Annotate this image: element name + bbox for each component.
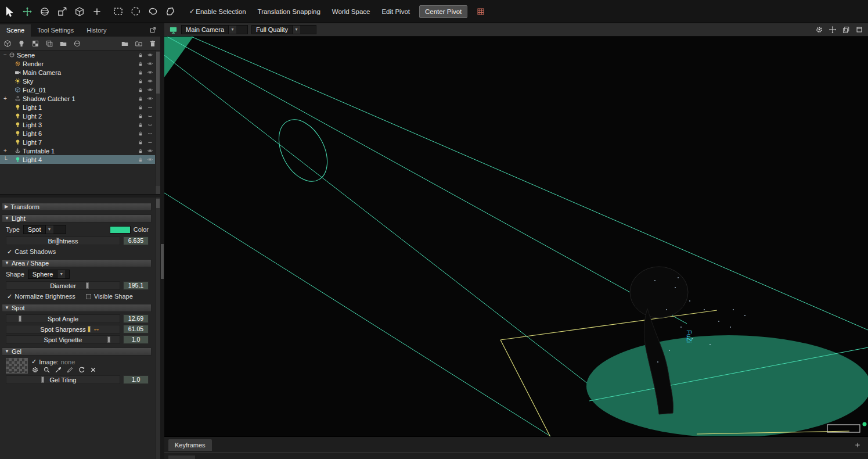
pivot-tool-button[interactable] bbox=[89, 4, 105, 19]
eye-icon[interactable] bbox=[147, 148, 153, 154]
scrollbar-grip[interactable] bbox=[156, 186, 160, 194]
tree-item-light-1[interactable]: Light 1 bbox=[0, 103, 160, 112]
universal-tool-button[interactable] bbox=[72, 4, 87, 19]
lock-icon[interactable] bbox=[138, 105, 143, 110]
spot-vignette-value[interactable]: 1.0 bbox=[123, 335, 149, 344]
eye-icon[interactable] bbox=[147, 60, 153, 67]
world-space-toggle[interactable]: World Space bbox=[332, 8, 370, 15]
grid-snap-icon[interactable] bbox=[473, 4, 488, 19]
tree-item-main-camera[interactable]: Main Camera bbox=[0, 68, 160, 77]
viewport-settings-icon[interactable] bbox=[815, 26, 823, 34]
gel-clear-icon[interactable] bbox=[89, 366, 97, 374]
lock-icon[interactable] bbox=[138, 148, 143, 154]
float-window-icon[interactable] bbox=[842, 26, 850, 34]
new-folder-icon[interactable] bbox=[135, 40, 143, 48]
lock-icon[interactable] bbox=[138, 113, 143, 119]
lock-icon[interactable] bbox=[138, 78, 143, 84]
lock-icon[interactable] bbox=[138, 96, 143, 102]
rect-select-tool-button[interactable] bbox=[110, 4, 125, 19]
cast-shadows-checkbox[interactable]: ✓ Cast Shadows bbox=[7, 248, 149, 256]
gel-tiling-slider[interactable]: Gel Tiling bbox=[6, 375, 120, 384]
camera-dropdown[interactable]: Main Camera ▾ bbox=[181, 25, 248, 34]
sphere-icon[interactable] bbox=[73, 40, 81, 48]
tree-item-light-4[interactable]: └ Light 4 bbox=[0, 155, 160, 164]
brightness-slider[interactable]: Brightness bbox=[6, 236, 120, 245]
expander-icon[interactable]: − bbox=[2, 52, 8, 58]
material-icon[interactable] bbox=[31, 40, 39, 48]
diameter-value[interactable]: 195.1 bbox=[123, 281, 149, 290]
lock-icon[interactable] bbox=[138, 70, 143, 76]
tree-item-scene[interactable]: − Scene bbox=[0, 51, 160, 59]
tab-history[interactable]: History bbox=[80, 24, 113, 37]
add-light-icon[interactable] bbox=[17, 40, 26, 48]
scrollbar-thumb[interactable] bbox=[156, 52, 160, 94]
undock-panel-icon[interactable] bbox=[149, 26, 157, 34]
spot-vignette-slider[interactable]: Spot Vignette bbox=[6, 335, 120, 344]
eye-closed-icon[interactable] bbox=[147, 113, 153, 119]
folder-icon[interactable] bbox=[121, 40, 129, 48]
translation-snapping-toggle[interactable]: Translation Snapping bbox=[258, 8, 320, 15]
gel-settings-icon[interactable] bbox=[31, 366, 39, 374]
scale-tool-button[interactable] bbox=[55, 4, 70, 19]
shape-dropdown[interactable]: Sphere ▾ bbox=[28, 270, 70, 279]
slider-handle[interactable] bbox=[41, 376, 44, 383]
spot-angle-slider[interactable]: Spot Angle bbox=[6, 314, 120, 323]
lock-icon[interactable] bbox=[138, 157, 143, 163]
tree-item-fuzi-01[interactable]: FuZi_01 bbox=[0, 85, 160, 94]
eye-closed-icon[interactable] bbox=[147, 130, 153, 137]
move-tool-button[interactable] bbox=[20, 4, 35, 19]
lock-icon[interactable] bbox=[138, 139, 143, 145]
maximize-icon[interactable] bbox=[855, 26, 863, 34]
slider-handle[interactable] bbox=[107, 336, 110, 343]
slider-handle[interactable] bbox=[56, 238, 59, 244]
gel-eyedropper-icon[interactable] bbox=[55, 366, 62, 374]
brightness-value[interactable]: 6.635 bbox=[123, 236, 149, 245]
eye-icon[interactable] bbox=[147, 52, 153, 58]
spot-sharpness-slider[interactable]: Spot Sharpness ↔ bbox=[6, 325, 120, 334]
scrollbar-thumb[interactable] bbox=[156, 199, 160, 208]
enable-selection-toggle[interactable]: Enable Selection bbox=[196, 8, 246, 15]
eye-icon[interactable] bbox=[147, 95, 153, 102]
lock-icon[interactable] bbox=[138, 131, 143, 137]
tab-keyframes[interactable]: Keyframes bbox=[168, 439, 212, 451]
polygon-select-tool-button[interactable] bbox=[163, 4, 178, 19]
eye-closed-icon[interactable] bbox=[147, 121, 153, 128]
light-section-header[interactable]: ▼ Light bbox=[2, 214, 152, 223]
tree-scrollbar[interactable] bbox=[155, 51, 160, 194]
pan-icon[interactable] bbox=[829, 26, 837, 34]
tree-item-sky[interactable]: Sky bbox=[0, 77, 160, 85]
environment-icon[interactable] bbox=[59, 40, 67, 48]
eye-closed-icon[interactable] bbox=[147, 139, 153, 145]
gel-image-checkbox[interactable]: Image: bbox=[39, 358, 59, 365]
spot-angle-value[interactable]: 12.69 bbox=[123, 314, 149, 323]
normalize-brightness-checkbox[interactable]: Normalize Brightness bbox=[15, 293, 75, 300]
tab-scene[interactable]: Scene bbox=[0, 24, 31, 37]
spot-sharpness-value[interactable]: 61.05 bbox=[123, 325, 149, 334]
center-pivot-button[interactable]: Center Pivot bbox=[419, 5, 467, 18]
eye-icon[interactable] bbox=[147, 156, 153, 163]
tree-item-light-3[interactable]: Light 3 bbox=[0, 120, 160, 129]
render-quality-dropdown[interactable]: Full Quality ▾ bbox=[251, 25, 316, 34]
properties-scrollbar[interactable] bbox=[155, 198, 160, 459]
tree-item-turntable-1[interactable]: + Turntable 1 bbox=[0, 146, 160, 155]
partial-tab[interactable] bbox=[168, 456, 195, 459]
rotate-tool-button[interactable] bbox=[37, 4, 52, 19]
lock-icon[interactable] bbox=[138, 61, 143, 67]
visible-shape-checkbox[interactable] bbox=[86, 294, 91, 299]
gel-refresh-icon[interactable] bbox=[78, 366, 85, 374]
lock-icon[interactable] bbox=[138, 87, 143, 93]
eye-icon[interactable] bbox=[147, 87, 153, 93]
tab-tool-settings[interactable]: Tool Settings bbox=[31, 24, 80, 37]
add-model-icon[interactable] bbox=[3, 40, 12, 48]
slider-handle[interactable] bbox=[88, 326, 91, 332]
slider-handle[interactable] bbox=[86, 282, 89, 289]
gel-image-thumbnail[interactable] bbox=[6, 358, 28, 374]
transform-section-header[interactable]: ▶ Transform bbox=[2, 203, 152, 211]
tree-item-light-2[interactable]: Light 2 bbox=[0, 112, 160, 120]
eye-icon[interactable] bbox=[147, 78, 153, 84]
expander-icon[interactable]: + bbox=[2, 148, 8, 154]
light-color-swatch[interactable] bbox=[110, 226, 131, 234]
delete-icon[interactable] bbox=[149, 40, 157, 48]
tree-item-shadow-catcher-1[interactable]: + Shadow Catcher 1 bbox=[0, 94, 160, 103]
splitter-handle[interactable] bbox=[161, 244, 164, 279]
